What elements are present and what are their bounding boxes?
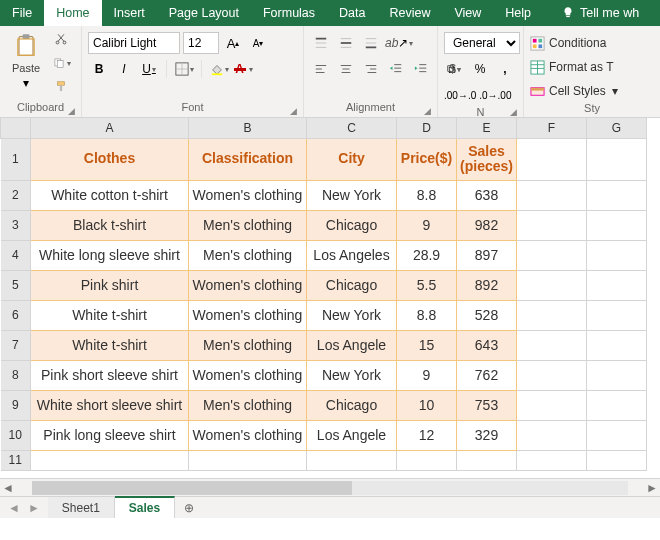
- font-color-button[interactable]: A▾: [233, 58, 255, 80]
- align-top-button[interactable]: [310, 32, 332, 54]
- table-cell[interactable]: 982: [457, 210, 517, 240]
- italic-button[interactable]: I: [113, 58, 135, 80]
- table-cell[interactable]: Chicago: [307, 390, 397, 420]
- percent-button[interactable]: %: [469, 58, 491, 80]
- table-header-cell[interactable]: Classification: [189, 138, 307, 180]
- increase-indent-button[interactable]: [410, 58, 432, 80]
- orientation-button[interactable]: ab↗▾: [385, 32, 413, 54]
- column-header-A[interactable]: A: [31, 118, 189, 138]
- table-cell[interactable]: 643: [457, 330, 517, 360]
- new-sheet-button[interactable]: ⊕: [175, 497, 203, 518]
- table-cell[interactable]: White long sleeve shirt: [31, 240, 189, 270]
- table-header-cell[interactable]: Sales (pieces): [457, 138, 517, 180]
- table-cell[interactable]: 638: [457, 180, 517, 210]
- table-cell[interactable]: Women's clothing: [189, 360, 307, 390]
- alignment-launcher[interactable]: ◢: [424, 106, 431, 116]
- accounting-format-button[interactable]: $▾: [444, 58, 466, 80]
- align-center-button[interactable]: [335, 58, 357, 80]
- table-cell[interactable]: Black t-shirt: [31, 210, 189, 240]
- table-cell[interactable]: 528: [457, 300, 517, 330]
- decrease-font-button[interactable]: A▾: [247, 32, 269, 54]
- row-header-4[interactable]: 4: [1, 240, 31, 270]
- table-cell[interactable]: Los Angele: [307, 420, 397, 450]
- row-header-9[interactable]: 9: [1, 390, 31, 420]
- clipboard-launcher[interactable]: ◢: [68, 106, 75, 116]
- table-cell[interactable]: 28.9: [397, 240, 457, 270]
- menu-tab-file[interactable]: File: [0, 0, 44, 26]
- increase-font-button[interactable]: A▴: [222, 32, 244, 54]
- column-header-D[interactable]: D: [397, 118, 457, 138]
- menu-tab-insert[interactable]: Insert: [102, 0, 157, 26]
- table-cell[interactable]: Men's clothing: [189, 240, 307, 270]
- table-cell[interactable]: Chicago: [307, 210, 397, 240]
- number-launcher[interactable]: ◢: [510, 107, 517, 117]
- table-cell[interactable]: 753: [457, 390, 517, 420]
- table-cell[interactable]: White short sleeve shirt: [31, 390, 189, 420]
- column-header-G[interactable]: G: [587, 118, 647, 138]
- table-cell[interactable]: Women's clothing: [189, 180, 307, 210]
- fill-color-button[interactable]: ▾: [208, 58, 230, 80]
- table-cell[interactable]: Pink long sleeve shirt: [31, 420, 189, 450]
- menu-tab-review[interactable]: Review: [377, 0, 442, 26]
- table-cell[interactable]: White t-shirt: [31, 330, 189, 360]
- table-cell[interactable]: Pink short sleeve shirt: [31, 360, 189, 390]
- spreadsheet-grid[interactable]: ABCDEFG1ClothesClassificationCityPrice($…: [0, 118, 660, 518]
- tell-me-search[interactable]: Tell me wh: [549, 0, 651, 26]
- row-header-8[interactable]: 8: [1, 360, 31, 390]
- column-header-F[interactable]: F: [517, 118, 587, 138]
- copy-button[interactable]: ▾: [50, 52, 72, 74]
- table-cell[interactable]: Women's clothing: [189, 300, 307, 330]
- table-cell[interactable]: Men's clothing: [189, 210, 307, 240]
- table-cell[interactable]: Los Angele: [307, 330, 397, 360]
- table-cell[interactable]: 762: [457, 360, 517, 390]
- table-header-cell[interactable]: Price($): [397, 138, 457, 180]
- menu-tab-view[interactable]: View: [442, 0, 493, 26]
- font-name-select[interactable]: [88, 32, 180, 54]
- table-cell[interactable]: 10: [397, 390, 457, 420]
- cut-button[interactable]: [50, 28, 72, 50]
- table-cell[interactable]: 9: [397, 360, 457, 390]
- sheet-tab-sheet1[interactable]: Sheet1: [48, 497, 115, 518]
- table-header-cell[interactable]: Clothes: [31, 138, 189, 180]
- table-cell[interactable]: New York: [307, 360, 397, 390]
- menu-tab-help[interactable]: Help: [493, 0, 543, 26]
- paste-button[interactable]: Paste ▾: [6, 28, 46, 90]
- table-cell[interactable]: Los Angeles: [307, 240, 397, 270]
- font-size-select[interactable]: [183, 32, 219, 54]
- table-cell[interactable]: 8.8: [397, 180, 457, 210]
- table-cell[interactable]: 5.5: [397, 270, 457, 300]
- table-header-cell[interactable]: City: [307, 138, 397, 180]
- menu-tab-formulas[interactable]: Formulas: [251, 0, 327, 26]
- conditional-formatting-button[interactable]: Conditiona: [530, 32, 606, 54]
- menu-tab-page-layout[interactable]: Page Layout: [157, 0, 251, 26]
- table-cell[interactable]: 329: [457, 420, 517, 450]
- row-header-3[interactable]: 3: [1, 210, 31, 240]
- row-header-1[interactable]: 1: [1, 138, 31, 180]
- column-header-B[interactable]: B: [189, 118, 307, 138]
- horizontal-scrollbar[interactable]: ◄►: [0, 478, 660, 496]
- table-cell[interactable]: 897: [457, 240, 517, 270]
- row-header-6[interactable]: 6: [1, 300, 31, 330]
- align-left-button[interactable]: [310, 58, 332, 80]
- decrease-indent-button[interactable]: [385, 58, 407, 80]
- select-all-cell[interactable]: [1, 118, 31, 138]
- column-header-E[interactable]: E: [457, 118, 517, 138]
- table-cell[interactable]: Women's clothing: [189, 420, 307, 450]
- column-header-C[interactable]: C: [307, 118, 397, 138]
- sheet-nav-buttons[interactable]: ◄►: [0, 497, 48, 518]
- table-cell[interactable]: 9: [397, 210, 457, 240]
- menu-tab-home[interactable]: Home: [44, 0, 101, 26]
- align-right-button[interactable]: [360, 58, 382, 80]
- table-cell[interactable]: Men's clothing: [189, 330, 307, 360]
- comma-button[interactable]: ,: [494, 58, 516, 80]
- sheet-tab-sales[interactable]: Sales: [115, 496, 175, 518]
- row-header-5[interactable]: 5: [1, 270, 31, 300]
- table-cell[interactable]: Chicago: [307, 270, 397, 300]
- table-cell[interactable]: Women's clothing: [189, 270, 307, 300]
- underline-button[interactable]: U▾: [138, 58, 160, 80]
- cell-styles-button[interactable]: Cell Styles▾: [530, 80, 618, 102]
- row-header-7[interactable]: 7: [1, 330, 31, 360]
- table-cell[interactable]: 15: [397, 330, 457, 360]
- align-bottom-button[interactable]: [360, 32, 382, 54]
- table-cell[interactable]: 892: [457, 270, 517, 300]
